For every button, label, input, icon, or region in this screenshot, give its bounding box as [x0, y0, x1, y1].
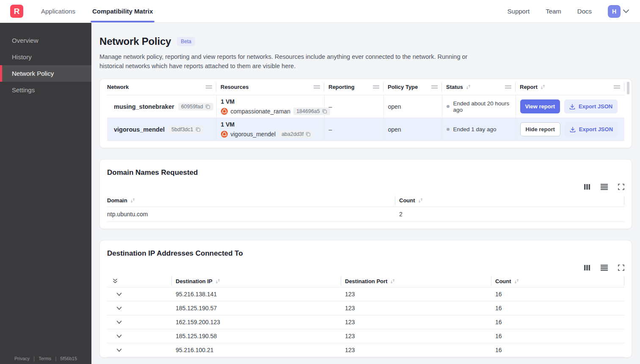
column-resize-handle[interactable]: [373, 85, 379, 88]
destination-row[interactable]: 95.216.138.141 123 16: [107, 287, 624, 301]
sidebar-item-network-policy[interactable]: Network Policy: [0, 65, 91, 82]
col-header-status[interactable]: Status: [442, 79, 516, 95]
nav-tabs: Applications Compatibility Matrix: [41, 0, 153, 22]
resource-id: 184696a5: [296, 108, 320, 114]
column-resize-handle[interactable]: [314, 85, 320, 88]
row-expand-icon[interactable]: [111, 292, 167, 296]
col-header-policy-type[interactable]: Policy Type: [383, 79, 442, 95]
col-header-network[interactable]: Network: [107, 79, 216, 95]
copy-icon[interactable]: [196, 127, 201, 132]
col-header-domain[interactable]: Domain: [107, 194, 395, 207]
nav-link-support[interactable]: Support: [508, 8, 530, 15]
sidebar-item-settings[interactable]: Settings: [0, 82, 91, 98]
destination-port-cell: 123: [341, 329, 491, 343]
col-header-reporting[interactable]: Reporting: [324, 79, 383, 95]
destinations-table: Destination IP Destination Port: [107, 275, 624, 358]
col-label: Destination IP: [176, 278, 212, 284]
sort-icon[interactable]: [466, 84, 471, 90]
page-title: Network Policy: [99, 36, 171, 47]
destination-ip-cell: 185.125.190.58: [171, 329, 341, 343]
sidebar: Overview History Network Policy Settings…: [0, 23, 91, 364]
resource-id-chip: 184696a5: [293, 108, 330, 115]
sort-icon[interactable]: [215, 279, 221, 284]
col-header-count[interactable]: Count: [395, 194, 624, 207]
destination-row[interactable]: 185.125.190.57 123 16: [107, 301, 624, 315]
domain-row[interactable]: ntp.ubuntu.com 2: [107, 207, 624, 221]
destination-ip-cell: 95.216.100.21: [171, 343, 341, 357]
col-label: Network: [107, 84, 129, 90]
row-density-icon[interactable]: [601, 184, 608, 190]
footer-separator: |: [33, 356, 35, 361]
table-scrollbar-thumb[interactable]: [627, 82, 629, 94]
col-header-destination-port[interactable]: Destination Port: [341, 275, 491, 287]
sort-icon[interactable]: [390, 279, 395, 284]
resource-name: vigorous_mendel: [231, 131, 276, 138]
row-expand-icon[interactable]: [111, 320, 167, 324]
destination-count-cell: 16: [491, 343, 624, 357]
network-name: musing_stonebraker: [114, 103, 174, 110]
network-row[interactable]: musing_stonebraker 60959fad 1 VM: [107, 95, 624, 118]
terms-link[interactable]: Terms: [39, 356, 51, 361]
col-label: Reporting: [328, 84, 354, 90]
avatar[interactable]: H: [608, 5, 621, 18]
download-icon: [569, 104, 575, 110]
row-expand-icon[interactable]: [111, 306, 167, 310]
user-menu[interactable]: H: [608, 5, 629, 18]
status-text: Ended 1 day ago: [453, 126, 497, 132]
column-resize-handle[interactable]: [614, 85, 620, 88]
col-label: Destination Port: [345, 278, 387, 284]
tab-compatibility-matrix[interactable]: Compatibility Matrix: [92, 0, 153, 22]
row-expand-icon[interactable]: [111, 348, 167, 352]
reporting-cell: –: [324, 95, 383, 118]
ubuntu-vm-icon: [221, 108, 228, 115]
status-dot-icon: [447, 128, 450, 131]
tab-applications[interactable]: Applications: [41, 0, 75, 22]
resource-id: aba2dd3f: [281, 131, 303, 137]
chevron-down-icon[interactable]: [623, 9, 629, 13]
hide-report-button[interactable]: Hide report: [520, 122, 560, 136]
column-resize-handle[interactable]: [206, 85, 212, 88]
sidebar-item-history[interactable]: History: [0, 49, 91, 65]
domains-card-title: Domain Names Requested: [107, 160, 624, 177]
row-density-icon[interactable]: [601, 265, 608, 271]
export-json-button[interactable]: Export JSON: [565, 122, 618, 136]
col-header-report[interactable]: Report: [516, 79, 624, 95]
fullscreen-icon[interactable]: [618, 265, 624, 271]
nav-link-team[interactable]: Team: [546, 8, 561, 15]
columns-icon[interactable]: [584, 184, 590, 190]
row-expand-icon[interactable]: [111, 334, 167, 338]
destination-row[interactable]: 162.159.200.123 123 16: [107, 315, 624, 329]
policy-type-cell: open: [383, 118, 442, 141]
sort-icon[interactable]: [540, 84, 546, 90]
network-row[interactable]: vigorous_mendel 5bdf3dc1 1 VM: [107, 118, 624, 141]
sort-icon[interactable]: [130, 198, 135, 203]
copy-icon[interactable]: [306, 132, 311, 137]
main-content: Network Policy Beta Manage network polic…: [91, 23, 640, 364]
export-json-button[interactable]: Export JSON: [564, 99, 618, 113]
ubuntu-vm-icon: [221, 131, 228, 138]
copy-icon[interactable]: [205, 104, 210, 109]
sort-icon[interactable]: [514, 279, 519, 284]
col-header-destination-ip[interactable]: Destination IP: [171, 275, 341, 287]
column-resize-handle[interactable]: [505, 85, 511, 88]
destinations-card-title: Destination IP Addresses Connected To: [107, 240, 624, 258]
destinations-card: Destination IP Addresses Connected To: [99, 240, 632, 358]
destination-row[interactable]: 95.216.100.21 123 16: [107, 343, 624, 357]
status-cell: Ended about 20 hours ago: [447, 100, 511, 113]
destination-row[interactable]: 185.125.190.58 123 16: [107, 329, 624, 343]
col-header-resources[interactable]: Resources: [216, 79, 324, 95]
col-header-expand-all[interactable]: [107, 275, 171, 287]
sort-icon[interactable]: [418, 198, 423, 203]
view-report-button[interactable]: View report: [520, 99, 560, 113]
copy-icon[interactable]: [322, 109, 327, 114]
policy-type-cell: open: [383, 95, 442, 118]
app-logo[interactable]: R: [10, 5, 23, 18]
col-header-count[interactable]: Count: [491, 275, 624, 287]
columns-icon[interactable]: [584, 265, 590, 271]
sidebar-item-overview[interactable]: Overview: [0, 32, 91, 49]
column-resize-handle[interactable]: [431, 85, 438, 88]
nav-link-docs[interactable]: Docs: [577, 8, 592, 15]
expand-all-icon[interactable]: [107, 278, 171, 284]
privacy-link[interactable]: Privacy: [14, 356, 30, 361]
fullscreen-icon[interactable]: [618, 184, 624, 190]
